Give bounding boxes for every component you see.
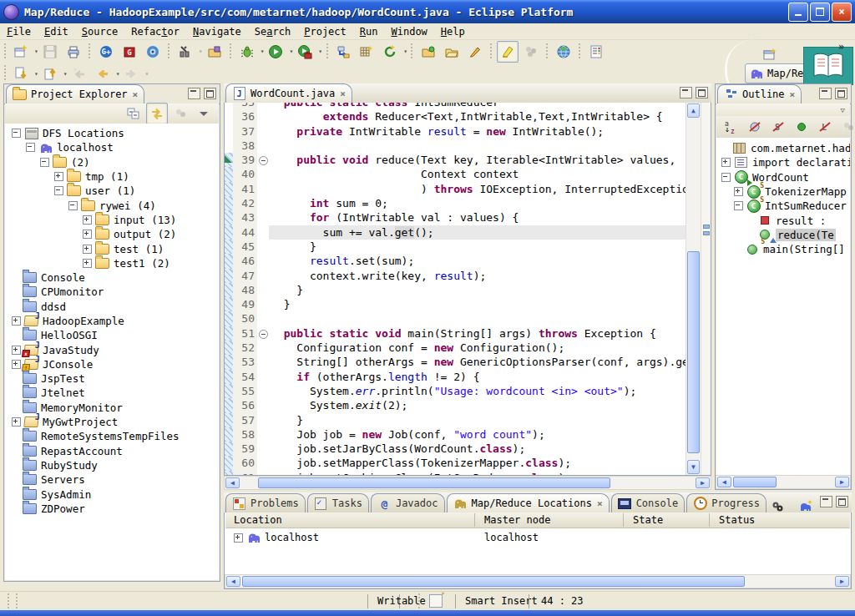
collapse-toggle[interactable] [721,173,731,182]
tab-map-reduce-locations[interactable]: Map/Reduce Locations× [447,493,610,512]
scroll-left-icon[interactable]: ◀ [717,477,731,487]
outline-item-wordcount[interactable]: CWordCount [716,170,850,184]
tab-tasks[interactable]: Tasks [307,493,369,512]
minimize-view-button[interactable] [188,88,200,99]
tab-progress[interactable]: Progress [686,493,766,512]
pen-button[interactable] [464,41,486,63]
collapse-toggle[interactable] [12,129,21,138]
hide-static-button[interactable]: S [767,116,789,138]
sort-button[interactable]: az [721,116,742,138]
tree-item-rywei-4-[interactable]: rywei (4) [5,198,219,212]
expand-toggle[interactable] [12,417,21,427]
close-button[interactable]: × [832,3,852,22]
outline-horizontal-scrollbar[interactable]: ◀ ▶ [716,475,851,489]
dropdown-arrow-icon[interactable]: ▾ [34,70,38,78]
minimize-outline-button[interactable] [819,88,832,99]
web-browser-button[interactable] [553,41,574,63]
menu-file[interactable]: File [0,24,38,39]
menu-run[interactable]: Run [353,24,385,39]
tree-item-jsptest[interactable]: JspTest [5,371,219,386]
build-tools-button[interactable] [175,41,196,63]
minimize-panel-button[interactable] [820,496,832,507]
tab-outline[interactable]: Outline × [717,84,802,104]
next-annotation-button[interactable] [10,63,32,84]
tab-console[interactable]: Console [611,493,686,512]
menu-project[interactable]: Project [297,24,353,39]
column-header-master-node[interactable]: Master node [484,514,550,526]
restore-button[interactable] [810,3,830,22]
blue-speaker-button[interactable] [142,41,164,63]
scroll-right-icon[interactable]: ▶ [696,477,710,488]
tree-item-servers[interactable]: Servers [5,472,219,487]
new-grid-button[interactable] [356,41,377,63]
fast-view-button[interactable] [429,594,443,608]
column-header-state[interactable]: State [633,514,663,526]
tree-item-jtelnet[interactable]: Jtelnet [5,386,219,400]
editor-vertical-scrollbar[interactable]: ▲ ▼ [686,103,701,475]
tree-item-test-1-[interactable]: test (1) [5,241,219,255]
outline-item-main-string-[interactable]: Smain(String[] [716,242,850,256]
expand-toggle[interactable] [12,346,21,355]
outline-item-reduce-te[interactable]: reduce(Te [716,228,850,242]
outline-item-import-declaratio[interactable]: import declaratio [716,155,850,169]
red-cube-button[interactable]: G [119,41,140,63]
tree-item-input-13-[interactable]: input (13) [5,213,219,227]
bottom-horizontal-scrollbar[interactable]: ◀ ▶ [225,574,851,588]
tree-item-test1-2-[interactable]: test1 (2) [5,256,219,270]
tree-item-output-2-[interactable]: output (2) [5,227,219,241]
toolbar-overflow-chevron[interactable]: » [838,41,844,53]
menu-search[interactable]: Search [248,24,297,39]
tree-item-dfs-locations[interactable]: DFS Locations [5,126,219,140]
tree-item-mygwtproject[interactable]: MyGwtProject [5,415,219,429]
tab-wordcount-java[interactable]: J WordCount.java × [225,83,352,103]
outline-item-com-metarnet-hado[interactable]: com.metarnet.hado [716,141,850,155]
maximize-editor-button[interactable] [696,87,708,98]
expand-toggle[interactable] [83,230,92,239]
code-area[interactable]: 35 public static class IntSumReducer36 e… [225,103,686,475]
outline-view-menu-icon[interactable]: ▽ [841,106,845,114]
expand-toggle[interactable] [12,360,21,369]
back-button[interactable] [92,63,114,84]
outline-tree[interactable]: com.metarnet.hadoimport declaratioCWordC… [716,138,850,475]
editor-overview-ruler[interactable] [701,103,711,475]
fold-toggle-icon[interactable] [259,156,268,165]
outline-item-intsumreducer[interactable]: CSIntSumReducer [716,199,850,213]
scroll-left-icon[interactable]: ◀ [225,477,240,488]
expand-toggle[interactable] [83,259,92,268]
tree-item-repastaccount[interactable]: RepastAccount [5,444,219,458]
scroll-right-icon[interactable]: ▶ [835,576,849,587]
run-button[interactable] [265,41,286,63]
tree-item-console[interactable]: Console [5,270,219,285]
tree-item-hadoopexample[interactable]: HadoopExample [5,314,219,328]
collapse-toggle[interactable] [26,143,35,152]
tree-item-remotesystemstempfiles[interactable]: RemoteSystemsTempFiles [5,429,219,443]
dropdown-arrow-icon[interactable]: ▾ [34,48,38,55]
mark-occurrences-button[interactable] [497,41,519,63]
refresh-green-button[interactable] [379,41,401,63]
dropdown-arrow-icon[interactable]: ▾ [63,70,68,78]
hide-local-types-button[interactable]: L [814,116,836,138]
scroll-up-icon[interactable]: ▲ [687,104,700,118]
new-folder-button[interactable] [417,41,439,63]
close-view-icon[interactable]: × [133,89,139,100]
menu-source[interactable]: Source [75,24,124,39]
editor-hscroll-thumb[interactable] [258,477,610,488]
dropdown-arrow-icon[interactable]: ▾ [403,48,407,55]
tab-problems[interactable]: Problems [225,493,306,512]
tree-item-jconsole[interactable]: !JConsole [5,357,219,371]
tree-item-tmp-1-[interactable]: tmp (1) [5,169,219,184]
print-button[interactable] [63,41,84,63]
minimize-editor-button[interactable] [680,87,692,98]
tree-item-rubystudy[interactable]: RubyStudy [5,458,219,472]
tree-item-cpumonitor[interactable]: CPUmonitor [5,285,219,299]
minimize-button[interactable] [788,3,808,22]
dropdown-arrow-icon[interactable]: ▾ [318,48,322,55]
menu-refactor[interactable]: Refactor [124,24,186,39]
tree-item-user-1-[interactable]: user (1) [5,184,219,198]
editor-horizontal-scrollbar[interactable]: ◀ ▶ [224,476,711,490]
editor-vscroll-thumb[interactable] [687,251,700,453]
bottom-hscroll-thumb[interactable] [242,576,745,587]
outline-hscroll-thumb[interactable] [733,477,777,487]
open-perspective-button[interactable] [759,43,781,65]
task-list-button[interactable] [585,41,607,63]
